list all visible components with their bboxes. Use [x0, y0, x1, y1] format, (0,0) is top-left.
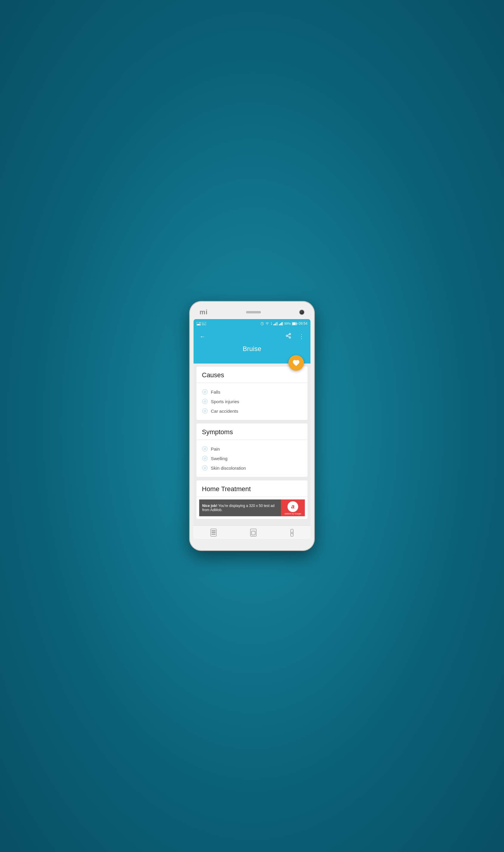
- battery-percent: 99%: [284, 322, 291, 325]
- nav-home-button[interactable]: ▢: [250, 529, 256, 537]
- app-bar-right-icons: ⋮: [284, 332, 306, 341]
- phone-bottom: [194, 539, 310, 544]
- admob-a-icon: a: [287, 501, 298, 512]
- admob-label: AdMob by Google: [285, 513, 301, 515]
- svg-rect-17: [283, 322, 283, 325]
- share-icon: [285, 333, 291, 339]
- ad-banner[interactable]: Nice job! You're displaying a 320 x 50 t…: [199, 499, 305, 516]
- svg-rect-16: [281, 322, 282, 325]
- svg-rect-10: [273, 324, 274, 325]
- cause-1: Falls: [211, 389, 220, 395]
- content-area: Causes Falls: [194, 364, 310, 525]
- symptoms-title: Symptoms: [202, 428, 233, 436]
- mi-logo: mi: [199, 308, 208, 316]
- svg-point-28: [204, 391, 204, 392]
- status-bar: Re 1: [194, 319, 310, 328]
- list-item: Swelling: [202, 454, 302, 463]
- symptoms-header: Symptoms: [197, 423, 307, 440]
- svg-text:Re: Re: [202, 323, 205, 325]
- ad-logo: a AdMob by Google: [281, 500, 305, 516]
- bullet-icon-3: [202, 408, 208, 414]
- svg-point-40: [204, 457, 204, 458]
- status-left-icons: Re: [197, 322, 206, 325]
- svg-line-7: [262, 324, 263, 324]
- home-treatment-card: Home Treatment Nice job! You're displayi…: [197, 481, 307, 519]
- nav-bar: ☰ ▢ ‹: [194, 525, 310, 539]
- nav-menu-button[interactable]: ☰: [211, 529, 217, 537]
- svg-line-8: [261, 322, 262, 323]
- notification-icon: Re: [202, 322, 206, 325]
- heart-icon: [292, 359, 300, 367]
- svg-line-9: [263, 322, 263, 323]
- svg-rect-11: [275, 324, 275, 325]
- app-bar-actions: ← ⋮: [198, 332, 306, 341]
- ad-text-content: Nice job! You're displaying a 320 x 50 t…: [202, 504, 278, 512]
- more-button[interactable]: ⋮: [297, 332, 306, 341]
- svg-rect-20: [292, 322, 295, 325]
- svg-point-23: [289, 337, 291, 338]
- symptom-3: Skin discoloration: [211, 466, 246, 471]
- symptom-1: Pain: [211, 447, 220, 452]
- nav-back-button[interactable]: ‹: [290, 529, 293, 537]
- battery-icon: [292, 322, 297, 325]
- svg-rect-19: [297, 323, 297, 324]
- cause-2: Sports injuries: [211, 399, 239, 404]
- list-item: Falls: [202, 387, 302, 397]
- status-time: 09:54: [299, 322, 307, 326]
- symptoms-body: Pain Swelling: [197, 440, 307, 477]
- app-bar: ← ⋮ Bruise: [194, 328, 310, 364]
- phone-camera: [299, 310, 305, 315]
- signal-icon: [273, 322, 278, 325]
- causes-body: Falls Sports injuries: [197, 383, 307, 420]
- phone-speaker: [246, 311, 261, 313]
- svg-point-37: [204, 448, 204, 449]
- svg-line-24: [287, 336, 289, 337]
- symptoms-card: Symptoms Pain: [197, 423, 307, 477]
- causes-header: Causes: [197, 366, 307, 383]
- svg-rect-14: [279, 324, 280, 325]
- svg-rect-12: [276, 323, 277, 325]
- svg-point-22: [286, 335, 288, 337]
- bullet-icon-2: [202, 398, 208, 404]
- causes-card: Causes Falls: [197, 366, 307, 420]
- status-right-area: 1 99%: [260, 322, 307, 326]
- symptom-2: Swelling: [211, 456, 228, 461]
- bullet-icon-5: [202, 455, 208, 461]
- svg-point-21: [289, 333, 291, 335]
- cause-3: Car accidents: [211, 409, 238, 414]
- list-item: Skin discoloration: [202, 463, 302, 473]
- list-item: Pain: [202, 444, 302, 454]
- phone-device: mi Re: [190, 301, 314, 551]
- phone-top-bar: mi: [194, 307, 310, 319]
- back-button[interactable]: ←: [198, 332, 207, 341]
- bullet-icon-4: [202, 446, 208, 452]
- causes-title: Causes: [202, 371, 224, 379]
- ad-bold: Nice job!: [202, 504, 217, 508]
- home-treatment-header: Home Treatment: [197, 481, 307, 497]
- bullet-icon-6: [202, 465, 208, 471]
- phone-screen: Re 1: [194, 319, 310, 539]
- svg-line-25: [287, 334, 289, 335]
- home-treatment-body: Nice job! You're displaying a 320 x 50 t…: [197, 499, 307, 516]
- svg-point-43: [204, 467, 204, 468]
- svg-point-2: [199, 322, 200, 323]
- signal2-icon: [279, 322, 283, 325]
- app-bar-title: Bruise: [198, 344, 306, 355]
- svg-point-31: [204, 400, 204, 401]
- list-item: Car accidents: [202, 406, 302, 416]
- list-item: Sports injuries: [202, 397, 302, 406]
- svg-rect-13: [277, 322, 278, 325]
- favorite-fab[interactable]: [288, 355, 304, 371]
- image-icon: [197, 322, 201, 325]
- sim1-icon: 1: [270, 322, 272, 325]
- home-treatment-title: Home Treatment: [202, 485, 251, 493]
- bullet-icon-1: [202, 389, 208, 395]
- alarm-icon: [260, 322, 264, 325]
- svg-marker-1: [197, 324, 201, 325]
- share-button[interactable]: [284, 332, 292, 341]
- svg-point-34: [204, 410, 204, 411]
- svg-rect-15: [280, 323, 281, 325]
- wifi-icon: [265, 322, 269, 325]
- ad-text: Nice job! You're displaying a 320 x 50 t…: [199, 500, 281, 516]
